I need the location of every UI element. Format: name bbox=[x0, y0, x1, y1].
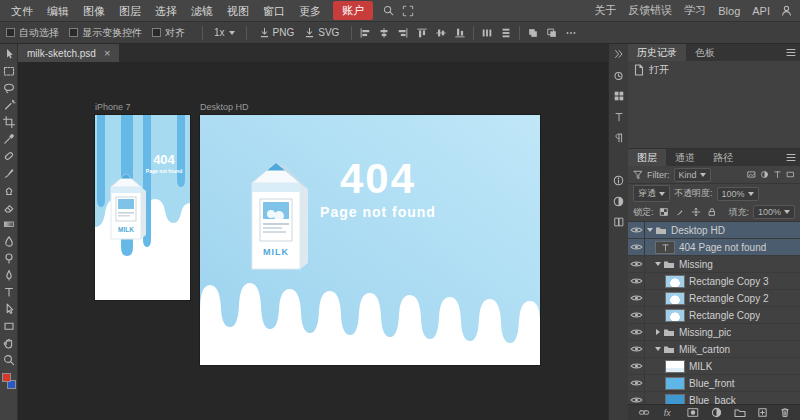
tab-channels[interactable]: 通道 bbox=[666, 149, 704, 166]
info-panel-icon[interactable] bbox=[612, 173, 626, 187]
tab-layers[interactable]: 图层 bbox=[628, 149, 666, 166]
account-button[interactable]: 账户 bbox=[333, 1, 373, 20]
menu-blog[interactable]: Blog bbox=[712, 5, 746, 17]
layer-row-desktop-hd[interactable]: Desktop HD bbox=[628, 222, 800, 239]
layer-row-rectangle-copy-2[interactable]: Rectangle Copy 2 bbox=[628, 290, 800, 307]
brush-tool-button[interactable] bbox=[0, 164, 17, 181]
transform-controls-option[interactable]: 显示变换控件 bbox=[69, 26, 142, 40]
document-tab[interactable]: milk-sketch.psd × bbox=[18, 44, 119, 62]
hand-tool-button[interactable] bbox=[0, 334, 17, 351]
tab-history[interactable]: 历史记录 bbox=[628, 44, 686, 61]
align-bottom-icon[interactable] bbox=[454, 27, 466, 39]
layer-thumbnail[interactable] bbox=[665, 377, 685, 390]
visibility-toggle[interactable] bbox=[628, 324, 645, 340]
tab-close-button[interactable]: × bbox=[104, 47, 110, 59]
layer-row-missing-group[interactable]: Missing bbox=[628, 256, 800, 273]
visibility-toggle[interactable] bbox=[628, 290, 645, 306]
artboard-label-iphone[interactable]: iPhone 7 bbox=[95, 102, 131, 112]
layer-effects-icon[interactable]: fx bbox=[662, 407, 676, 418]
dodge-tool-button[interactable] bbox=[0, 249, 17, 266]
healing-brush-tool-button[interactable] bbox=[0, 147, 17, 164]
visibility-toggle[interactable] bbox=[628, 273, 645, 289]
layer-thumbnail[interactable] bbox=[665, 394, 685, 405]
lock-all-icon[interactable] bbox=[706, 206, 718, 218]
shape-tool-button[interactable] bbox=[0, 317, 17, 334]
filter-pixel-layers-icon[interactable] bbox=[747, 170, 756, 179]
auto-select-option[interactable]: 自动选择 bbox=[6, 26, 59, 40]
menu-image[interactable]: 图像 bbox=[76, 0, 112, 22]
lasso-tool-button[interactable] bbox=[0, 79, 17, 96]
pen-tool-button[interactable] bbox=[0, 266, 17, 283]
filter-kind-select[interactable]: Kind bbox=[674, 168, 711, 182]
adjustments-panel-icon[interactable] bbox=[612, 194, 626, 208]
layer-row-rectangle-copy-3[interactable]: Rectangle Copy 3 bbox=[628, 273, 800, 290]
path-select-tool-button[interactable] bbox=[0, 300, 17, 317]
distribute-vertical-icon[interactable] bbox=[500, 27, 512, 39]
search-icon[interactable] bbox=[378, 1, 398, 21]
visibility-toggle[interactable] bbox=[628, 239, 645, 255]
paragraph-panel-icon[interactable] bbox=[612, 131, 626, 145]
delete-layer-icon[interactable] bbox=[780, 407, 790, 418]
blur-tool-button[interactable] bbox=[0, 232, 17, 249]
auto-select-checkbox[interactable] bbox=[6, 28, 15, 37]
layer-name[interactable]: Rectangle Copy bbox=[689, 310, 760, 321]
magic-wand-tool-button[interactable] bbox=[0, 96, 17, 113]
history-entry[interactable]: 打开 bbox=[628, 61, 800, 78]
align-center-horizontal-icon[interactable] bbox=[378, 27, 390, 39]
lock-position-icon[interactable] bbox=[690, 206, 702, 218]
adjustment-layer-icon[interactable] bbox=[711, 407, 722, 418]
distribute-horizontal-icon[interactable] bbox=[481, 27, 493, 39]
visibility-toggle[interactable] bbox=[628, 375, 645, 391]
snap-option[interactable]: 对齐 bbox=[152, 26, 185, 40]
visibility-toggle[interactable] bbox=[628, 341, 645, 357]
artboard-label-desktop[interactable]: Desktop HD bbox=[200, 102, 249, 112]
subtract-shapes-icon[interactable] bbox=[546, 27, 558, 39]
layer-row-blue-front[interactable]: Blue_front bbox=[628, 375, 800, 392]
account-avatar-icon[interactable] bbox=[776, 1, 796, 21]
layer-thumbnail[interactable] bbox=[665, 275, 685, 288]
lock-pixels-icon[interactable] bbox=[674, 206, 686, 218]
artboard-desktop[interactable]: MILK 404 Page not found bbox=[200, 115, 540, 365]
layer-row-milk-carton-group[interactable]: Milk_carton bbox=[628, 341, 800, 358]
character-panel-icon[interactable] bbox=[612, 110, 626, 124]
filter-shape-layers-icon[interactable] bbox=[786, 170, 795, 179]
layer-name[interactable]: Blue_front bbox=[689, 378, 735, 389]
panel-menu-icon[interactable] bbox=[786, 149, 800, 166]
menu-learn[interactable]: 学习 bbox=[678, 3, 712, 18]
panel-menu-icon[interactable] bbox=[786, 44, 800, 61]
menu-report-bug[interactable]: 反馈错误 bbox=[622, 3, 678, 18]
zoom-tool-button[interactable] bbox=[0, 351, 17, 368]
layer-name[interactable]: Missing bbox=[679, 259, 713, 270]
more-options-icon[interactable] bbox=[565, 27, 577, 39]
layer-thumbnail[interactable] bbox=[665, 360, 685, 373]
lock-transparency-icon[interactable] bbox=[658, 206, 670, 218]
marquee-tool-button[interactable] bbox=[0, 62, 17, 79]
menu-filter[interactable]: 滤镜 bbox=[184, 0, 220, 22]
layer-name[interactable]: Desktop HD bbox=[671, 225, 725, 236]
opacity-select[interactable]: 100% bbox=[717, 187, 759, 201]
transform-controls-checkbox[interactable] bbox=[69, 28, 78, 37]
tab-swatches[interactable]: 色板 bbox=[686, 44, 724, 61]
align-left-icon[interactable] bbox=[359, 27, 371, 39]
move-tool-button[interactable] bbox=[0, 45, 17, 62]
fullscreen-icon[interactable] bbox=[398, 1, 418, 21]
layer-thumbnail[interactable] bbox=[665, 292, 685, 305]
align-right-icon[interactable] bbox=[397, 27, 409, 39]
collapse-panels-icon[interactable] bbox=[612, 47, 626, 61]
menu-window[interactable]: 窗口 bbox=[256, 0, 292, 22]
menu-file[interactable]: 文件 bbox=[4, 0, 40, 22]
menu-edit[interactable]: 编辑 bbox=[40, 0, 76, 22]
snap-checkbox[interactable] bbox=[152, 28, 161, 37]
menu-layer[interactable]: 图层 bbox=[112, 0, 148, 22]
gradient-tool-button[interactable] bbox=[0, 215, 17, 232]
menu-select[interactable]: 选择 bbox=[148, 0, 184, 22]
eraser-tool-button[interactable] bbox=[0, 198, 17, 215]
text-layer-thumbnail[interactable] bbox=[655, 241, 675, 254]
blend-mode-select[interactable]: 穿透 bbox=[633, 185, 670, 202]
filter-type-layers-icon[interactable] bbox=[773, 170, 782, 179]
foreground-color-swatch[interactable] bbox=[2, 373, 11, 382]
layer-name[interactable]: Rectangle Copy 3 bbox=[689, 276, 769, 287]
layer-row-blue-back[interactable]: Blue_back bbox=[628, 392, 800, 404]
union-shapes-icon[interactable] bbox=[527, 27, 539, 39]
clone-stamp-tool-button[interactable] bbox=[0, 181, 17, 198]
